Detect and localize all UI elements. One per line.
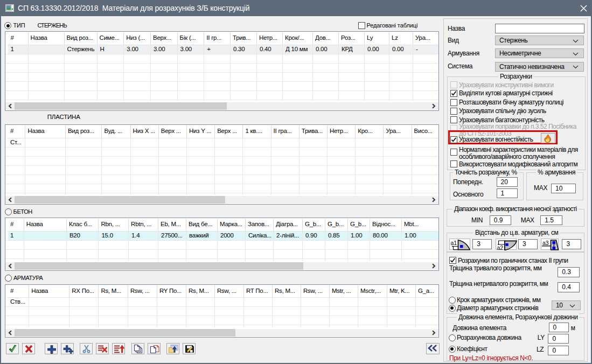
svg-text:a3: a3 <box>542 239 549 246</box>
svg-text:a2: a2 <box>497 244 504 250</box>
svg-text:a1: a1 <box>451 239 457 246</box>
